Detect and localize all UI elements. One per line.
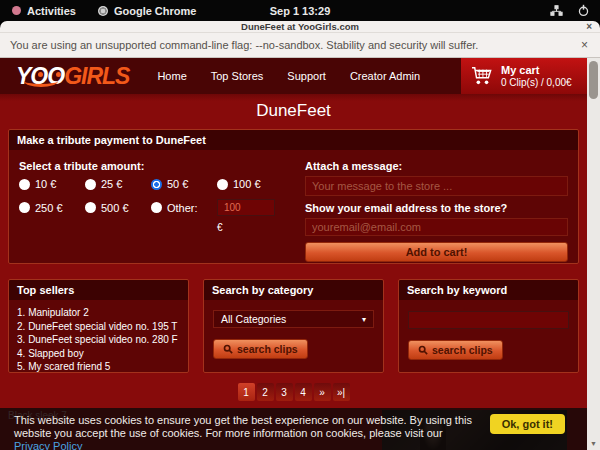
search-category-panel: Search by category All Categories ▾ sear… bbox=[203, 279, 384, 373]
site-header: YOOGIRLS Home Top Stores Support Creator… bbox=[0, 58, 587, 94]
currency-label: € bbox=[217, 222, 287, 233]
list-item[interactable]: Manipulator 2 bbox=[17, 306, 180, 320]
radio-icon bbox=[85, 202, 96, 213]
cart-icon bbox=[471, 66, 493, 86]
search-clips-category-button[interactable]: search clips bbox=[213, 339, 308, 359]
radio-icon bbox=[19, 179, 30, 190]
search-keyword-title: Search by keyword bbox=[399, 280, 578, 300]
cart-title: My cart bbox=[501, 64, 572, 77]
nav-support[interactable]: Support bbox=[287, 70, 326, 82]
window-close-icon[interactable]: × bbox=[586, 21, 592, 33]
my-cart-box[interactable]: My cart 0 Clip(s) / 0,00€ bbox=[461, 58, 587, 94]
list-item[interactable]: My scared friend 5 bbox=[17, 360, 180, 374]
page-button-3[interactable]: 3 bbox=[276, 383, 293, 401]
radio-checked-icon bbox=[151, 179, 162, 190]
power-icon[interactable] bbox=[577, 4, 590, 17]
cookie-accept-button[interactable]: Ok, got it! bbox=[490, 414, 565, 434]
cart-summary: 0 Clip(s) / 0,00€ bbox=[501, 77, 572, 89]
tribute-panel: Make a tribute payment to DuneFeet Selec… bbox=[8, 129, 579, 264]
page-body: DuneFeet Make a tribute payment to DuneF… bbox=[0, 94, 587, 450]
cookie-consent-bar: This website uses cookies to ensure you … bbox=[0, 408, 587, 450]
top-sellers-title: Top sellers bbox=[9, 280, 188, 300]
radio-icon bbox=[217, 179, 228, 190]
system-top-bar: Activities Google Chrome Sep 1 13:29 bbox=[0, 0, 600, 21]
radio-icon bbox=[151, 202, 162, 213]
scrollbar-down-arrow-icon[interactable]: ▼ bbox=[587, 440, 600, 447]
search-keyword-panel: Search by keyword search clips bbox=[398, 279, 579, 373]
amount-radio-other[interactable]: Other: bbox=[151, 199, 217, 216]
pagination: 1 2 3 4 » »| bbox=[8, 383, 579, 401]
page-button-4[interactable]: 4 bbox=[295, 383, 312, 401]
message-label: Attach a message: bbox=[305, 160, 568, 172]
warning-text: You are using an unsupported command-lin… bbox=[10, 39, 478, 51]
tribute-message-column: Attach a message: Show your email addres… bbox=[305, 157, 568, 262]
page-button-2[interactable]: 2 bbox=[257, 383, 274, 401]
top-sellers-list: Manipulator 2 DuneFeet special video no.… bbox=[9, 300, 188, 374]
search-clips-keyword-button[interactable]: search clips bbox=[408, 340, 503, 360]
chevron-down-icon: ▾ bbox=[362, 315, 366, 324]
top-sellers-panel: Top sellers Manipulator 2 DuneFeet speci… bbox=[8, 279, 189, 373]
radio-icon bbox=[85, 179, 96, 190]
window-title: DuneFeet at YooGirls.com bbox=[241, 21, 359, 32]
list-item[interactable]: DuneFeet special video no. 280 F bbox=[17, 333, 180, 347]
radio-icon bbox=[19, 202, 30, 213]
yoogirls-logo[interactable]: YOOGIRLS bbox=[16, 58, 129, 94]
clock[interactable]: Sep 1 13:29 bbox=[0, 5, 600, 17]
page-button-1[interactable]: 1 bbox=[238, 383, 255, 401]
email-label: Show your email address to the store? bbox=[305, 202, 568, 214]
category-select[interactable]: All Categories ▾ bbox=[213, 310, 374, 328]
amount-radio-25[interactable]: 25 € bbox=[85, 178, 151, 190]
tribute-panel-title: Make a tribute payment to DuneFeet bbox=[9, 130, 578, 150]
page-button-last[interactable]: »| bbox=[333, 383, 350, 401]
message-textarea[interactable] bbox=[305, 176, 568, 196]
nav-creator-admin[interactable]: Creator Admin bbox=[350, 70, 420, 82]
page-button-next[interactable]: » bbox=[314, 383, 331, 401]
warning-close-icon[interactable]: × bbox=[581, 38, 588, 52]
cookie-text: This website uses cookies to ensure you … bbox=[14, 414, 476, 450]
amount-label: Select a tribute amount: bbox=[19, 160, 291, 172]
list-item[interactable]: Slapped boy bbox=[17, 347, 180, 361]
main-nav: Home Top Stores Support Creator Admin bbox=[157, 70, 420, 82]
browser-scrollbar[interactable]: ▼ bbox=[587, 58, 600, 450]
privacy-policy-link[interactable]: Privacy Policy bbox=[14, 440, 82, 450]
search-category-title: Search by category bbox=[204, 280, 383, 300]
other-amount-input[interactable] bbox=[217, 199, 275, 216]
amount-radio-500[interactable]: 500 € bbox=[85, 199, 151, 216]
nav-home[interactable]: Home bbox=[157, 70, 186, 82]
browser-viewport: YOOGIRLS Home Top Stores Support Creator… bbox=[0, 58, 600, 450]
logo-smile-icon bbox=[24, 75, 58, 87]
page-title: DuneFeet bbox=[8, 94, 579, 121]
list-item[interactable]: DuneFeet special video no. 195 T bbox=[17, 320, 180, 334]
scrollbar-thumb[interactable] bbox=[589, 61, 598, 99]
category-selected-value: All Categories bbox=[221, 313, 286, 325]
email-input[interactable] bbox=[305, 218, 568, 236]
network-icon[interactable] bbox=[550, 4, 563, 17]
amount-radio-10[interactable]: 10 € bbox=[19, 178, 85, 190]
amount-radio-100[interactable]: 100 € bbox=[217, 178, 287, 190]
tribute-amounts: Select a tribute amount: 10 € 25 € bbox=[19, 157, 291, 262]
amount-radio-50-selected[interactable]: 50 € bbox=[151, 178, 217, 190]
add-to-cart-button[interactable]: Add to cart! bbox=[305, 242, 568, 262]
logo-text-girls: GIRLS bbox=[64, 63, 129, 89]
chrome-warning-bar: You are using an unsupported command-lin… bbox=[0, 33, 600, 58]
search-icon bbox=[223, 344, 233, 354]
window-title-bar: DuneFeet at YooGirls.com × bbox=[0, 21, 600, 33]
search-icon bbox=[418, 345, 428, 355]
keyword-input[interactable] bbox=[408, 311, 569, 329]
amount-radio-250[interactable]: 250 € bbox=[19, 199, 85, 216]
nav-top-stores[interactable]: Top Stores bbox=[211, 70, 264, 82]
